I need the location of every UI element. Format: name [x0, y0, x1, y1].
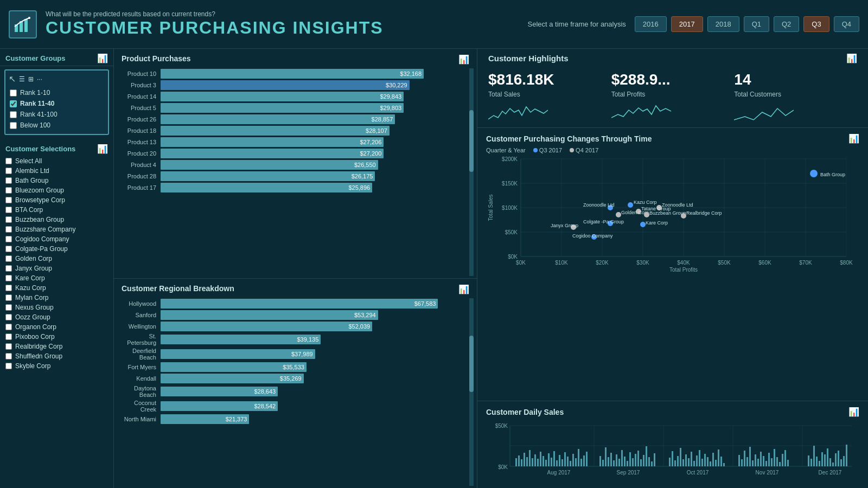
- svg-rect-161: [840, 459, 842, 466]
- header-text: What will be the predicted results based…: [46, 10, 384, 38]
- svg-rect-78: [561, 459, 563, 466]
- btn-q1[interactable]: Q1: [744, 16, 769, 32]
- customer-item-6[interactable]: Buzzbean Group: [0, 215, 113, 224]
- checkbox-rank-11-40[interactable]: [10, 100, 17, 107]
- customer-item-13[interactable]: Kazu Corp: [0, 283, 113, 293]
- svg-rect-151: [813, 446, 815, 466]
- customer-item-5[interactable]: BTA Corp: [0, 205, 113, 215]
- customer-item-15[interactable]: Nexus Group: [0, 303, 113, 312]
- checkbox-customer-14[interactable]: [5, 294, 12, 301]
- product-chart-icon: 📊: [458, 54, 469, 65]
- checkbox-customer-4[interactable]: [5, 197, 12, 203]
- highlights-title: Customer Highlights: [488, 54, 569, 63]
- product-track-1: $30,229: [161, 80, 462, 90]
- checkbox-customer-19[interactable]: [5, 343, 12, 350]
- kpi-total-sales: $816.18K Total Sales: [488, 71, 611, 122]
- svg-rect-128: [720, 457, 722, 466]
- group-rank-1-10[interactable]: Rank 1-10: [9, 87, 105, 98]
- svg-rect-139: [763, 456, 764, 466]
- regional-bar-row-9: North Miami$21,373: [122, 414, 462, 424]
- checkbox-customer-12[interactable]: [5, 275, 12, 281]
- svg-rect-64: [524, 453, 525, 466]
- checkbox-customer-3[interactable]: [5, 187, 12, 194]
- customer-label-14: Mylan Corp: [15, 294, 48, 301]
- customer-label-18: Pixoboo Corp: [15, 333, 55, 341]
- regional-bar-row-7: Daytona Beach$28,643: [122, 385, 462, 398]
- svg-rect-163: [846, 445, 847, 466]
- customer-item-12[interactable]: Kare Corp: [0, 273, 113, 283]
- checkbox-rank-41-100[interactable]: [10, 111, 17, 118]
- checkbox-customer-21[interactable]: [5, 363, 12, 369]
- product-label-10: Product 17: [122, 184, 161, 191]
- checkbox-customer-1[interactable]: [5, 168, 12, 174]
- checkbox-customer-18[interactable]: [5, 333, 12, 340]
- customer-item-20[interactable]: Shuffledn Group: [0, 351, 113, 361]
- regional-track-0: $67,583: [161, 299, 462, 309]
- customer-item-7[interactable]: Buzzshare Company: [0, 224, 113, 234]
- customer-item-21[interactable]: Skyble Corp: [0, 361, 113, 371]
- checkbox-customer-9[interactable]: [5, 246, 12, 252]
- customer-item-17[interactable]: Organon Corp: [0, 322, 113, 332]
- checkbox-customer-5[interactable]: [5, 207, 12, 213]
- svg-rect-113: [680, 448, 681, 466]
- btn-2017[interactable]: 2017: [671, 16, 703, 32]
- checkbox-customer-6[interactable]: [5, 216, 12, 223]
- checkbox-customer-8[interactable]: [5, 236, 12, 242]
- customer-item-1[interactable]: Alembic Ltd: [0, 166, 113, 176]
- svg-rect-154: [821, 452, 823, 466]
- svg-text:Kare Corp: Kare Corp: [646, 220, 668, 226]
- checkbox-customer-16[interactable]: [5, 314, 12, 320]
- group-below-100[interactable]: Below 100: [9, 120, 105, 131]
- product-bar-row-4: Product 26$28,857: [122, 114, 462, 124]
- customer-item-18[interactable]: Pixoboo Corp: [0, 332, 113, 342]
- btn-2018[interactable]: 2018: [707, 16, 739, 32]
- btn-q4[interactable]: Q4: [834, 16, 859, 32]
- btn-q2[interactable]: Q2: [774, 16, 799, 32]
- svg-text:Janyx Group: Janyx Group: [551, 223, 578, 228]
- customer-item-16[interactable]: Oozz Group: [0, 312, 113, 322]
- customer-item-4[interactable]: Browsetype Corp: [0, 195, 113, 205]
- checkbox-customer-13[interactable]: [5, 285, 12, 291]
- checkbox-below-100[interactable]: [10, 122, 17, 129]
- checkbox-customer-10[interactable]: [5, 255, 12, 262]
- product-label-9: Product 28: [122, 173, 161, 179]
- svg-rect-124: [710, 461, 711, 466]
- group-rank-11-40[interactable]: Rank 11-40: [9, 98, 105, 109]
- checkbox-customer-11[interactable]: [5, 265, 12, 272]
- checkbox-customer-15[interactable]: [5, 304, 12, 311]
- checkbox-customer-2[interactable]: [5, 177, 12, 184]
- svg-rect-121: [701, 459, 703, 466]
- toolbar-icon-2: ⊞: [28, 75, 34, 83]
- customer-item-8[interactable]: Cogidoo Company: [0, 234, 113, 244]
- customer-label-3: Bluezoom Group: [15, 187, 64, 194]
- scatter-point-kazu: [628, 202, 633, 208]
- btn-q3[interactable]: Q3: [803, 16, 829, 32]
- checkbox-customer-7[interactable]: [5, 226, 12, 233]
- svg-rect-63: [521, 459, 522, 466]
- product-label-1: Product 3: [122, 82, 161, 88]
- customer-item-10[interactable]: Golden Corp: [0, 254, 113, 264]
- checkbox-customer-17[interactable]: [5, 324, 12, 330]
- daily-sales-section: Customer Daily Sales 📊 $0K $50K Aug 2017…: [477, 401, 868, 488]
- btn-2016[interactable]: 2016: [635, 16, 667, 32]
- customer-item-11[interactable]: Janyx Group: [0, 264, 113, 273]
- customer-label-17: Organon Corp: [15, 323, 56, 331]
- customer-item-14[interactable]: Mylan Corp: [0, 293, 113, 303]
- product-bar-row-2: Product 14$29,843: [122, 92, 462, 101]
- checkbox-rank-1-10[interactable]: [10, 89, 17, 97]
- svg-rect-73: [548, 453, 550, 466]
- cursor-icon: ↖: [9, 74, 16, 84]
- product-label-4: Product 26: [122, 116, 161, 123]
- groups-toolbar: ↖ ☰ ⊞ ···: [9, 74, 105, 84]
- svg-text:Colgate -Pa Group: Colgate -Pa Group: [583, 219, 624, 224]
- customer-item-19[interactable]: Realbridge Corp: [0, 342, 113, 351]
- checkbox-customer-20[interactable]: [5, 353, 12, 359]
- group-rank-41-100[interactable]: Rank 41-100: [9, 109, 105, 120]
- customer-item-3[interactable]: Bluezoom Group: [0, 185, 113, 195]
- regional-label-8: Coconut Creek: [122, 400, 161, 413]
- customer-item-0[interactable]: Select All: [0, 156, 113, 166]
- customer-item-2[interactable]: Bath Group: [0, 176, 113, 185]
- checkbox-customer-0[interactable]: [5, 158, 12, 164]
- customer-item-9[interactable]: Colgate-Pa Group: [0, 244, 113, 254]
- svg-point-3: [28, 17, 30, 19]
